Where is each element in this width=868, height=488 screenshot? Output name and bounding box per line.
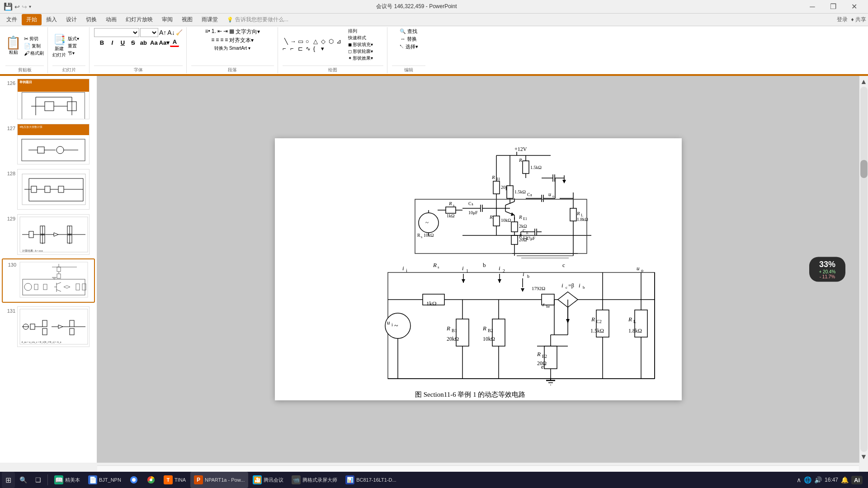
shape-r2-5[interactable]: ∿ — [306, 45, 313, 52]
replace-button[interactable]: ↔ 替换 — [401, 36, 417, 42]
case-button[interactable]: Aa▾ — [160, 38, 169, 47]
login-button[interactable]: 登录 — [837, 16, 848, 23]
decrease-indent-button[interactable]: ⇤ — [217, 28, 222, 36]
justify-button[interactable]: ≡ — [225, 37, 228, 44]
shape-misc[interactable]: ⬡ — [329, 38, 336, 45]
slide-thumb-129[interactable]: 129 — [2, 213, 95, 256]
clear-format-button[interactable]: 🧹 — [176, 29, 183, 36]
format-painter-button[interactable]: 🖌格式刷 — [24, 50, 44, 56]
tray-network[interactable]: 🌐 — [804, 476, 811, 483]
numbering-button[interactable]: 1. — [212, 28, 216, 36]
slide-thumb-130[interactable]: 130 — [2, 258, 95, 303]
find-button[interactable]: 🔍 查找 — [400, 28, 417, 35]
menu-view[interactable]: 视图 — [177, 14, 197, 25]
scroll-thumb[interactable] — [860, 160, 868, 178]
shape-diamond[interactable]: ◇ — [321, 38, 328, 45]
align-right-button[interactable]: ≡ — [220, 37, 223, 44]
new-slide-button[interactable]: 📑 新建 幻灯片 — [52, 34, 66, 58]
font-color-button[interactable]: A — [170, 38, 179, 47]
taskbar-chrome[interactable] — [143, 472, 159, 488]
menu-animation[interactable]: 动画 — [101, 14, 121, 25]
section-button[interactable]: 节▾ — [68, 50, 79, 56]
italic-button[interactable]: I — [108, 38, 117, 47]
text-direction-button[interactable]: 文字方向▾ — [236, 28, 260, 36]
shape-circle[interactable]: ○ — [306, 38, 313, 45]
shape-effects-button[interactable]: ✦ 形状效果▾ — [348, 55, 373, 61]
quick-style-button[interactable]: 快速样式 — [348, 35, 373, 41]
slide-thumb-128[interactable]: 128 — [2, 168, 95, 211]
save-icon[interactable]: 💾 — [4, 2, 13, 11]
taskbar-tina[interactable]: T TINA — [160, 472, 189, 488]
task-view-button[interactable]: ❑ — [32, 472, 45, 488]
underline-button[interactable]: U — [118, 38, 127, 47]
char-spacing-button[interactable]: Aa — [149, 38, 158, 47]
cut-button[interactable]: ✂剪切 — [24, 36, 44, 42]
increase-font-button[interactable]: A↑ — [159, 29, 166, 36]
taskbar-tencent[interactable]: 🎦 腾讯会议 — [249, 472, 287, 488]
menu-home[interactable]: 开始 — [22, 14, 42, 25]
ai-button[interactable]: Ai — [851, 476, 863, 484]
taskbar-bc817[interactable]: 📊 BC817-16LT1-D... — [342, 472, 400, 488]
taskbar-chrome-ext[interactable] — [126, 472, 142, 488]
shape-arrow[interactable]: → — [290, 38, 297, 45]
redo-icon[interactable]: ↪ — [22, 3, 27, 10]
slide-thumb-131[interactable]: 131 — [2, 305, 95, 348]
menu-review[interactable]: 审阅 — [157, 14, 177, 25]
main-slide-area[interactable]: +12V R C1 1.5kΩ R B1 20kΩ — [97, 76, 859, 463]
shape-line[interactable]: ╲ — [283, 38, 290, 45]
slide-canvas[interactable]: +12V R C1 1.5kΩ R B1 20kΩ — [275, 138, 682, 400]
paste-button[interactable]: 📋 粘贴 — [5, 37, 21, 56]
menu-yuketing[interactable]: 雨课堂 — [197, 14, 222, 25]
taskbar-ppt[interactable]: P NPART1a - Pow... — [190, 472, 248, 488]
tray-time[interactable]: 16:47 — [825, 477, 838, 483]
layout-button[interactable]: 版式▾ — [68, 36, 79, 42]
decrease-font-button[interactable]: A↓ — [167, 29, 175, 36]
font-size-select[interactable] — [140, 28, 158, 37]
menu-design[interactable]: 设计 — [61, 14, 81, 25]
taskbar-jingpin[interactable]: 📖 精美本 — [51, 472, 84, 488]
reset-button[interactable]: 重置 — [68, 43, 79, 49]
slide-thumb-127[interactable]: 127 4电压放大倍数计算 — [2, 123, 95, 165]
scroll-down-button[interactable]: ▼ — [860, 453, 868, 461]
close-button[interactable]: ✕ — [844, 0, 864, 14]
shape-fill-button[interactable]: ◼ 形状填充▾ — [348, 42, 373, 48]
shape-triangle[interactable]: △ — [313, 38, 321, 45]
scroll-track[interactable] — [860, 87, 868, 452]
taskbar-bjt[interactable]: 📄 BJT_NPN — [85, 472, 125, 488]
minimize-button[interactable]: ─ — [802, 0, 823, 14]
share-button[interactable]: ♦ 共享 — [851, 16, 866, 23]
convert-smartart-button[interactable]: 转换为 SmartArt ▾ — [214, 45, 250, 52]
scroll-up-button[interactable]: ▲ — [860, 78, 868, 86]
right-scrollbar[interactable]: ▲ ▼ — [859, 76, 868, 463]
tray-volume[interactable]: 🔊 — [814, 476, 822, 483]
menu-transition[interactable]: 切换 — [81, 14, 101, 25]
select-button[interactable]: ↖ 选择▾ — [399, 43, 418, 50]
slide-thumb-126[interactable]: 126 举例题目 — [2, 78, 95, 120]
menu-insert[interactable]: 插入 — [42, 14, 61, 25]
undo-icon[interactable]: ↩ — [14, 3, 20, 10]
menu-tell-me[interactable]: 💡 告诉我您想要做什么... — [222, 14, 293, 25]
bullets-button[interactable]: ≡• — [205, 28, 210, 36]
strikethrough-button[interactable]: S — [128, 38, 137, 47]
columns-button[interactable]: ▦ — [229, 28, 234, 36]
align-left-button[interactable]: ≡ — [211, 37, 214, 44]
align-center-button[interactable]: ≡ — [216, 37, 219, 44]
restore-button[interactable]: ❐ — [823, 0, 844, 14]
font-family-select[interactable] — [94, 28, 139, 37]
shadow-button[interactable]: ab — [139, 38, 148, 47]
shape-r2-3[interactable]: ⌐ — [290, 45, 297, 52]
tray-notification[interactable]: 🔔 — [841, 476, 849, 483]
tray-show-hidden[interactable]: ∧ — [797, 476, 801, 483]
shape-r2-1[interactable]: ⊿ — [336, 38, 344, 45]
shape-outline-button[interactable]: ◻ 形状轮廓▾ — [348, 48, 373, 55]
search-button[interactable]: 🔍 — [16, 472, 31, 488]
arrange-button[interactable]: 排列 — [348, 28, 373, 34]
menu-file[interactable]: 文件 — [2, 14, 22, 25]
shape-r2-4[interactable]: ⊏ — [298, 45, 305, 52]
shape-r2-6[interactable]: { — [313, 45, 321, 52]
shape-rect[interactable]: ▭ — [298, 38, 305, 45]
start-button[interactable]: ⊞ — [2, 472, 15, 488]
taskbar-screenmaster[interactable]: 📹 腾格式录屏大师 — [288, 472, 341, 488]
shape-expand[interactable]: ▾ — [321, 45, 328, 52]
align-objects-button[interactable]: 对齐文本▾ — [229, 37, 254, 44]
